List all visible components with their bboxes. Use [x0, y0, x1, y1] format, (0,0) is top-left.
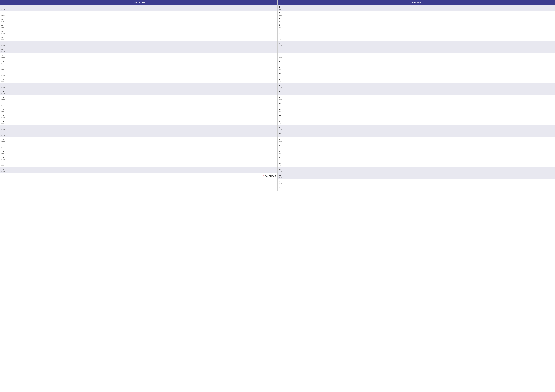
month-header-feb2026: Februar 2026: [0, 0, 278, 5]
day-number: 5: [1, 30, 8, 33]
day-number: 11: [1, 66, 8, 69]
day-name: SON: [1, 93, 8, 94]
day-info: 21SAM: [279, 126, 285, 130]
day-row: 30MON: [278, 179, 555, 185]
day-number: 13: [279, 78, 285, 81]
day-info: 5DON: [1, 30, 8, 34]
day-name: SON: [1, 50, 8, 52]
day-row: 8SON: [278, 47, 555, 53]
day-info: 15SON: [1, 90, 8, 94]
day-name: MON: [279, 14, 285, 16]
day-name: SON: [279, 93, 285, 94]
day-row: 27FRE: [0, 161, 278, 167]
day-name: DIE: [1, 147, 8, 148]
day-info: 27FRE: [279, 162, 285, 166]
day-name: DIE: [279, 147, 285, 148]
day-row: 13FRE: [0, 77, 278, 83]
day-number: 23: [279, 138, 285, 141]
day-name: MIT: [279, 110, 285, 112]
day-info: 1SON: [1, 6, 8, 10]
day-info: 8SON: [1, 48, 8, 52]
day-row: 24DIE: [0, 143, 278, 149]
day-number: 2: [279, 12, 285, 14]
day-name: SAM: [1, 128, 8, 130]
day-name: MIT: [1, 153, 8, 154]
day-row: 26DON: [278, 155, 555, 161]
day-row: 17DIE: [0, 101, 278, 107]
day-name: MON: [279, 99, 285, 100]
day-row: 23MON: [278, 137, 555, 143]
day-info: 11MIT: [1, 66, 8, 70]
day-name: DIE: [279, 20, 285, 22]
day-number: 30: [279, 180, 285, 183]
day-info: 14SAM: [279, 84, 285, 88]
day-name: FRE: [279, 38, 285, 40]
day-number: 20: [279, 120, 285, 123]
day-number: 7: [1, 42, 8, 45]
day-name: FRE: [1, 38, 8, 40]
day-name: MON: [279, 183, 285, 184]
day-row: 1SON: [0, 5, 278, 11]
day-info: 10DIE: [279, 60, 285, 64]
day-info: 20FRE: [279, 120, 285, 124]
day-row: 19DON: [0, 113, 278, 119]
day-row: 25MIT: [278, 149, 555, 155]
day-info: 24DIE: [279, 144, 285, 148]
day-info: 28SAM: [1, 168, 8, 172]
day-number: 19: [279, 114, 285, 117]
day-info: 13FRE: [1, 78, 8, 82]
day-row: 16MON: [278, 95, 555, 101]
day-name: MIT: [1, 110, 8, 112]
day-row: 22SON: [0, 131, 278, 137]
day-row: 20FRE: [278, 119, 555, 125]
day-number: 12: [279, 72, 285, 75]
day-row: 4MIT: [0, 23, 278, 29]
day-name: DON: [279, 116, 285, 118]
day-number: 20: [1, 120, 8, 123]
day-info: 6FRE: [1, 36, 8, 40]
day-row: 5DON: [0, 29, 278, 35]
day-info: 6FRE: [279, 36, 285, 40]
day-row: 10DIE: [0, 59, 278, 65]
day-number: 10: [279, 60, 285, 63]
day-name: SAM: [279, 86, 285, 88]
day-info: 17DIE: [1, 102, 8, 106]
day-number: 11: [279, 66, 285, 69]
day-info: 12DON: [279, 72, 285, 76]
day-info: 28SAM: [279, 168, 285, 172]
day-info: 17DIE: [279, 102, 285, 106]
day-row: 31DIE: [278, 185, 555, 191]
day-name: MON: [1, 99, 8, 100]
day-row: 1SON: [278, 5, 555, 11]
day-number: 24: [279, 144, 285, 147]
day-row: 7SAM: [278, 41, 555, 47]
day-row: 7SAM: [0, 41, 278, 47]
day-row: 26DON: [0, 155, 278, 161]
day-row: 17DIE: [278, 101, 555, 107]
day-name: DIE: [1, 105, 8, 106]
day-name: MIT: [279, 153, 285, 154]
day-name: SON: [1, 8, 8, 10]
day-info: 19DON: [279, 114, 285, 118]
day-info: 22SON: [279, 132, 285, 136]
day-number: 1: [279, 6, 285, 8]
day-number: 26: [1, 156, 8, 159]
day-number: 28: [279, 168, 285, 171]
day-number: 12: [1, 72, 8, 75]
day-info: 13FRE: [279, 78, 285, 82]
day-name: DON: [1, 74, 8, 76]
day-name: MON: [279, 141, 285, 142]
day-row: 3DIE: [0, 17, 278, 23]
day-name: SON: [279, 8, 285, 10]
day-name: DON: [1, 32, 8, 34]
day-name: DIE: [279, 189, 285, 190]
day-row: 12DON: [278, 71, 555, 77]
day-info: 26DON: [1, 156, 8, 160]
day-number: 6: [279, 36, 285, 39]
day-number: 6: [1, 36, 8, 39]
day-number: 14: [1, 84, 8, 87]
day-name: DIE: [279, 105, 285, 106]
day-row: 15SON: [278, 89, 555, 95]
day-row: 13FRE: [278, 77, 555, 83]
day-number: 26: [279, 156, 285, 159]
